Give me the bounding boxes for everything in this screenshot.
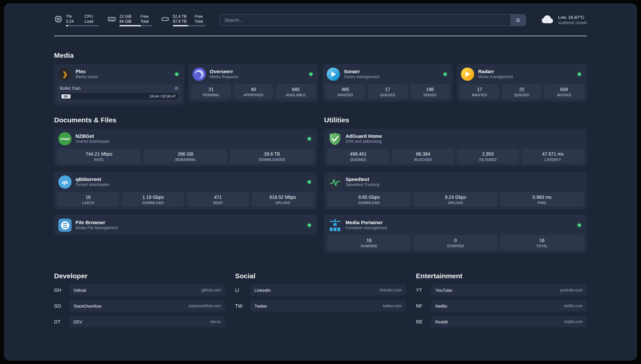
section-developer: Developer GH Github github.com SO StackO… bbox=[54, 272, 225, 327]
service-link-radarr[interactable]: Radarr Movie management bbox=[460, 67, 584, 81]
stat-label: WANTED bbox=[461, 93, 498, 97]
stat-queries: 498,461 QUERIES bbox=[327, 149, 389, 164]
card-adguard: AdGuard Home DNS and adblocking 498,461 … bbox=[324, 129, 587, 167]
bookmark-reddit[interactable]: RE Reddit reddit.com bbox=[416, 316, 587, 327]
section-documents: Documents & Files nzbget NZBGet Usenet d… bbox=[54, 116, 317, 235]
stat-value: 0 bbox=[415, 238, 496, 243]
stat-movies: 834 MOVIES bbox=[544, 84, 584, 99]
cpu-widget: 7% CPU 3.24 Load bbox=[54, 14, 99, 26]
bookmark-url: stackoverflow.com bbox=[189, 304, 221, 308]
service-name: NZBGet bbox=[76, 133, 109, 139]
service-link-adguard[interactable]: AdGuard Home DNS and adblocking bbox=[327, 132, 584, 146]
status-dot bbox=[309, 73, 313, 76]
bookmark-netflix[interactable]: NF Netflix netflix.com bbox=[416, 300, 587, 312]
stat-stopped: 0 STOPPED bbox=[413, 235, 497, 250]
stat-blocked: 86,384 BLOCKED bbox=[392, 149, 454, 164]
stat-queued: 17 QUEUED bbox=[368, 84, 407, 99]
stat-label: UPLOAD bbox=[253, 201, 313, 205]
stat-remaining: 266 GB REMAINING bbox=[143, 149, 227, 164]
service-link-sonarr[interactable]: Sonarr Series management bbox=[325, 67, 450, 81]
stat-label: REMAINING bbox=[145, 158, 226, 162]
service-subtitle: Container management bbox=[346, 225, 387, 231]
card-overseerr: Overseerr Media Requests 21 PENDING 40 A… bbox=[188, 64, 319, 102]
service-link-portainer[interactable]: Media Portainer Container management bbox=[327, 218, 584, 232]
pause-button[interactable] bbox=[61, 94, 71, 99]
service-name: qBittorrent bbox=[76, 176, 109, 182]
section-title-utilities: Utilities bbox=[324, 116, 587, 124]
stat-leech: 16 LEECH bbox=[57, 192, 119, 207]
bookmark-url: twitter.com bbox=[383, 304, 402, 308]
bookmark-url: dev.to bbox=[210, 319, 221, 324]
stat-queued: 22 QUEUED bbox=[502, 84, 541, 99]
stat-value: 618.52 Mbps bbox=[253, 195, 313, 200]
memory-widget: 22 GiB Free 64 GiB Total bbox=[107, 14, 152, 26]
memory-total-value: 64 GiB bbox=[119, 19, 135, 24]
search-provider-button[interactable]: G bbox=[510, 15, 526, 26]
sonarr-icon bbox=[327, 68, 340, 81]
service-link-plex[interactable]: ❯ Plex Media server bbox=[57, 67, 181, 81]
bookmark-abbr: GH bbox=[54, 288, 69, 293]
section-title-media: Media bbox=[54, 51, 587, 59]
stat-seed: 471 SEED bbox=[187, 192, 249, 207]
service-link-speedtest[interactable]: Speedtest Speedtest Tracking bbox=[327, 175, 584, 189]
cloud-icon bbox=[540, 12, 555, 28]
memory-progress-fill bbox=[119, 25, 141, 26]
stat-latency: 47.571 ms LATENCY bbox=[522, 149, 584, 164]
stat-value: 0.993 ms bbox=[502, 195, 583, 200]
stat-label: STOPPED bbox=[415, 244, 496, 248]
disk-free-value: 52.4 TB bbox=[173, 14, 189, 19]
service-link-nzbget[interactable]: nzbget NZBGet Usenet downloader bbox=[57, 132, 314, 146]
bookmark-youtube[interactable]: YT YouTube youtube.com bbox=[416, 285, 587, 296]
status-dot bbox=[578, 73, 581, 76]
bookmark-github[interactable]: GH Github github.com bbox=[54, 285, 225, 296]
bookmark-name: Twitter bbox=[255, 304, 267, 309]
stat-value: 16 bbox=[502, 238, 583, 243]
card-filebrowser: File Browser Media File Management bbox=[54, 215, 317, 235]
search-input[interactable] bbox=[220, 15, 510, 26]
bookmark-dev[interactable]: DT DEV dev.to bbox=[54, 316, 225, 327]
memory-icon bbox=[107, 15, 116, 25]
status-dot bbox=[578, 224, 581, 227]
stat-value: 40 bbox=[235, 87, 272, 92]
service-link-qbittorrent[interactable]: qb qBittorrent Torrent downloader bbox=[57, 175, 314, 189]
card-radarr: Radarr Movie management 17 WANTED 22 QUE… bbox=[457, 64, 587, 102]
service-subtitle: Media server bbox=[76, 74, 98, 80]
stat-value: 834 bbox=[546, 87, 583, 92]
status-dot bbox=[308, 180, 311, 184]
service-name: File Browser bbox=[76, 220, 118, 225]
stat-value: 471 bbox=[188, 195, 248, 200]
bookmark-abbr: SO bbox=[54, 303, 69, 309]
stat-value: 1.19 Gbps bbox=[123, 195, 183, 200]
gear-icon[interactable]: ⚙ bbox=[174, 86, 178, 91]
topbar-divider bbox=[54, 36, 587, 36]
stat-total: 16 TOTAL bbox=[500, 235, 584, 250]
bookmark-abbr: DT bbox=[54, 319, 69, 324]
stat-value: 21 bbox=[193, 87, 229, 92]
service-subtitle: Speedtest Tracking bbox=[346, 182, 380, 188]
bookmark-stackoverflow[interactable]: SO StackOverflow stackoverflow.com bbox=[54, 300, 225, 312]
service-link-overseerr[interactable]: Overseerr Media Requests bbox=[191, 67, 316, 81]
playback-progress-bar[interactable]: 24:44 / 02:06:47 bbox=[60, 93, 178, 100]
service-link-filebrowser[interactable]: File Browser Media File Management bbox=[57, 218, 314, 232]
stat-label: LEECH bbox=[58, 201, 118, 205]
disk-total-value: 97.9 TB bbox=[173, 19, 189, 24]
stat-value: 22 bbox=[503, 87, 540, 92]
cpu-label-1: CPU bbox=[84, 14, 99, 19]
service-name: AdGuard Home bbox=[346, 133, 382, 139]
stat-value: 2,953 bbox=[458, 151, 518, 157]
radarr-icon bbox=[461, 68, 474, 81]
service-subtitle: Usenet downloader bbox=[76, 139, 109, 144]
bookmark-name: DEV bbox=[74, 319, 82, 324]
weather-location: Lviv, 16.87°C bbox=[558, 15, 587, 20]
memory-free-value: 22 GiB bbox=[119, 14, 135, 19]
speedtest-icon bbox=[328, 175, 342, 189]
nzbget-icon: nzbget bbox=[58, 132, 72, 145]
bookmark-linkedin[interactable]: LI LinkedIn linkedin.com bbox=[235, 285, 406, 296]
disk-progress-fill bbox=[173, 25, 188, 26]
bookmark-twitter[interactable]: TW Twitter twitter.com bbox=[235, 300, 406, 312]
status-dot bbox=[308, 137, 311, 140]
overseerr-icon bbox=[193, 68, 206, 81]
stat-pending: 21 PENDING bbox=[191, 84, 231, 99]
search-bar: G bbox=[220, 14, 526, 26]
card-sonarr: Sonarr Series management 485 WANTED 17 Q… bbox=[322, 64, 453, 102]
